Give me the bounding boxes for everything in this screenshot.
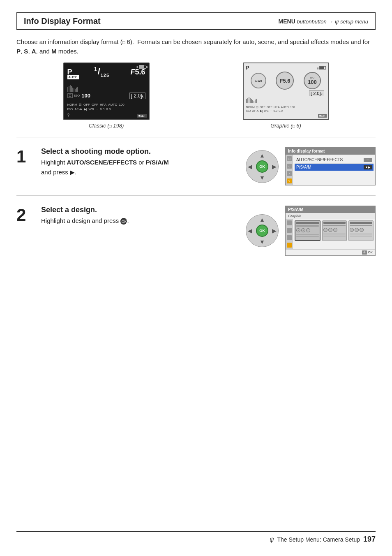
- cs-dots: ···: [95, 107, 98, 111]
- step2-detail: Highlight a design and press OK.: [41, 216, 236, 226]
- cs-mid-row: ⊡ ISO 100 [ 2.0]k: [67, 93, 145, 99]
- step2-ok-symbol: OK: [120, 218, 127, 225]
- gs-shutter-dial: 1/125: [251, 73, 266, 88]
- step2-section: 2 Select a design. Highlight a design an…: [16, 206, 376, 256]
- row-psam-icon: ■ ▶: [364, 165, 372, 169]
- design-sidebar-4: [287, 243, 292, 248]
- gs-set: ■Set: [318, 114, 327, 118]
- cs-exposure-comp: [ 2.0]k: [129, 93, 145, 99]
- cs-drive2: ⊡: [79, 103, 82, 107]
- design-thumb-2: [322, 220, 347, 241]
- step2-number: 2: [16, 206, 31, 224]
- dpad-left-arrow: ◀: [248, 163, 252, 170]
- fork-icon: ψ: [270, 536, 274, 543]
- dt2-circles: [323, 228, 346, 232]
- row-auto-label: AUTO/SCENE/EFFECTS: [296, 158, 343, 162]
- step2-dpad-down: ▼: [259, 239, 265, 245]
- step1-arrow: ▶: [70, 169, 74, 176]
- sidebar-item-1: □: [287, 156, 292, 161]
- cs-arrow-icon: ▶|: [84, 107, 87, 111]
- classic-screen-item: ▮ P 1/125 F5.6 AUTO: [63, 63, 150, 129]
- sidebar-item-2: ○: [287, 164, 292, 169]
- page-footer: ψ The Setup Menu: Camera Setup 197: [16, 531, 376, 544]
- step2-dpad-left: ◀: [248, 227, 252, 234]
- arrow-symbol: →: [328, 19, 333, 25]
- gs-iso-dial: ISO 100: [304, 72, 321, 89]
- gs-off2: OFF: [267, 106, 272, 109]
- gs-iso2: ISO: [246, 109, 251, 113]
- menu-reference: MENU buttonbutton → ψ setup menu: [279, 18, 368, 25]
- step1-detail: Highlight AUTO/SCENE/EFFECTS or P/S/A/M …: [41, 158, 236, 177]
- gs-battery-row: ▮: [317, 66, 326, 70]
- button-word: button: [312, 19, 327, 25]
- gs-circles: 1/125 F5.6 ISO 100: [246, 72, 326, 90]
- step1-dpad: ▲ ▼ ◀ ▶ OK: [246, 150, 279, 183]
- step2-detail-prefix: Highlight a design and press: [41, 217, 120, 224]
- classic-caption: Classic (□ 198): [89, 123, 124, 129]
- cs-set-badge: ■SET: [137, 114, 147, 118]
- cs-off2: OFF: [92, 103, 98, 107]
- info-panel-row-auto: AUTO/SCENE/EFFECTS ···: [295, 156, 374, 164]
- setup-icon: ψ: [335, 19, 339, 25]
- step1-title: Select a shooting mode option.: [41, 147, 236, 156]
- gs-iso-value: 100: [308, 79, 317, 85]
- info-panel-body: □ ○ / Y AUTO/SCENE/EFFECTS ··· P/S/A/M ■…: [286, 155, 375, 185]
- dpad-down-arrow: ▼: [259, 174, 265, 181]
- design-sidebar-2: [287, 228, 292, 233]
- step1-section: 1 Select a shooting mode option. Highlig…: [16, 147, 376, 185]
- page-header: Info Display Format MENU buttonbutton → …: [16, 12, 376, 30]
- cs-hia: HIˢA: [100, 103, 106, 107]
- section-divider-1: [16, 137, 376, 137]
- graphic-caption: Graphic (□ 6): [270, 123, 301, 129]
- gs-arrow: ▶|: [260, 109, 263, 113]
- gs-ev1: 0.0: [273, 109, 277, 113]
- gs-100: 100: [290, 106, 295, 109]
- step2-dpad-ok[interactable]: OK: [256, 225, 268, 237]
- design-thumb-3: [348, 220, 374, 241]
- dpad-circle: ▲ ▼ ◀ ▶ OK: [246, 150, 279, 183]
- footer-text: ψ The Setup Menu: Camera Setup: [270, 536, 360, 543]
- dt3-circle-3: [360, 228, 364, 232]
- info-display-panel: Info display format □ ○ / Y AUTO/SCENE/E…: [285, 147, 376, 185]
- gs-battery: [319, 66, 326, 70]
- cs-norm: NORM: [67, 103, 77, 107]
- page-title: Info Display Format: [24, 16, 101, 26]
- mode-m: M: [51, 48, 57, 55]
- design-panel-title: P/S/A/M: [288, 207, 303, 212]
- gs-ev2: 0.0: [279, 109, 283, 113]
- gs-norm: NORM: [246, 106, 255, 109]
- cs-100: 100: [119, 103, 124, 107]
- design-panel-body: [286, 219, 375, 249]
- gs-hia: HIˢA: [274, 106, 280, 109]
- gs-off1: OFF: [260, 106, 265, 109]
- step2-dpad-up: ▲: [259, 216, 265, 223]
- cs-drive-icon: ⊡: [67, 93, 73, 98]
- cs-histogram: [67, 85, 145, 92]
- cs-shutter: 1/125: [94, 66, 109, 78]
- card-slot-icon: ▮: [136, 65, 138, 69]
- setup-text: setup menu: [340, 19, 368, 25]
- sidebar-item-4-active: Y: [287, 178, 292, 183]
- step2-period: .: [127, 217, 129, 224]
- ok-label: OK: [368, 250, 373, 254]
- design-panel-main: [293, 219, 375, 249]
- gs-exp-row: [ 2.0]k: [246, 90, 324, 96]
- sidebar-item-3: /: [287, 171, 292, 176]
- dpad-up-arrow: ▲: [259, 152, 265, 159]
- gs-dots: ···: [270, 109, 272, 113]
- button-label: button: [297, 19, 311, 25]
- step2-content: Select a design. Highlight a design and …: [41, 206, 236, 226]
- design-sidebar-1: [287, 220, 292, 225]
- gs-bottom: NORM ⊡ OFF OFF HIˢA AUTO 100 ISO AF-A ▶|…: [246, 106, 326, 113]
- cs-iso-value: 100: [81, 93, 90, 99]
- graphic-screen: P ▮ 1/125 F5.6 ISO 100: [243, 63, 329, 120]
- dpad-ok-button[interactable]: OK: [256, 160, 268, 173]
- cs-off1: OFF: [83, 103, 90, 107]
- design-thumb-1: [295, 220, 321, 241]
- battery-icon: [139, 65, 146, 69]
- step2-dpad: ▲ ▼ ◀ ▶ OK: [246, 214, 279, 247]
- design-panel: P/S/A/M Graphic: [285, 206, 376, 256]
- design-panel-header: P/S/A/M: [286, 206, 375, 213]
- gs-top: P ▮: [246, 65, 326, 71]
- cs-bottom-area: NORM ⊡ OFF OFF HIˢA AUTO 100 ISO AF-A ▶|…: [67, 103, 145, 112]
